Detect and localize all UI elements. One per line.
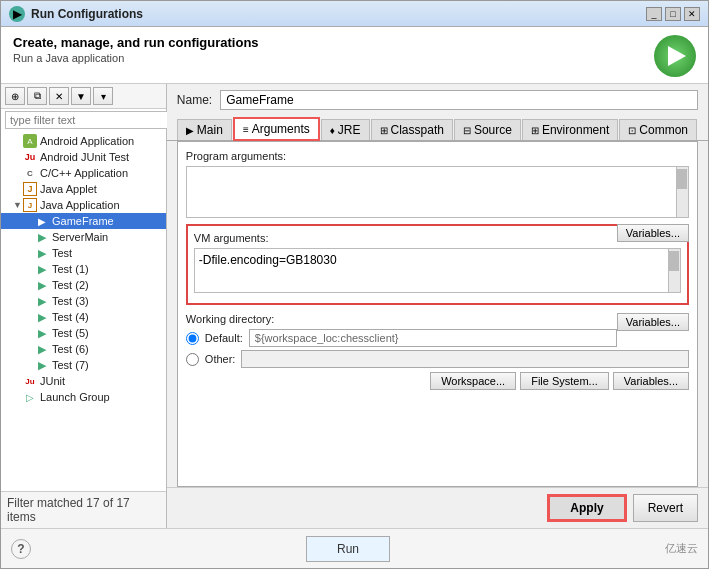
new-button[interactable]: ⊕ bbox=[5, 87, 25, 105]
vm-args-textarea[interactable]: -Dfile.encoding=GB18030 bbox=[194, 248, 681, 293]
other-radio-row: Other: bbox=[186, 350, 689, 368]
filter-button[interactable]: ▼ bbox=[71, 87, 91, 105]
title-bar-left: ▶ Run Configurations bbox=[9, 6, 143, 22]
android-icon: A bbox=[23, 134, 37, 148]
filter-status: Filter matched 17 of 17 items bbox=[7, 496, 130, 524]
run-config-icon: ▶ bbox=[35, 278, 49, 292]
variables-button-1[interactable]: Variables... bbox=[617, 224, 689, 242]
tree-item-servermain[interactable]: ▶ ServerMain bbox=[1, 229, 166, 245]
run-config-icon: ▶ bbox=[35, 230, 49, 244]
variables-button-3[interactable]: Variables... bbox=[613, 372, 689, 390]
run-config-icon: ▶ bbox=[35, 262, 49, 276]
tree-item-android-junit[interactable]: Ju Android JUnit Test bbox=[1, 149, 166, 165]
variables-button-2[interactable]: Variables... bbox=[617, 313, 689, 331]
vm-args-box: VM arguments: -Dfile.encoding=GB18030 bbox=[186, 224, 689, 305]
run-icon[interactable] bbox=[654, 35, 696, 77]
run-config-icon: ▶ bbox=[35, 310, 49, 324]
default-dir-input[interactable] bbox=[249, 329, 617, 347]
working-dir-section: Working directory: Default: Other: Works… bbox=[186, 313, 689, 390]
tree-item-test7[interactable]: ▶ Test (7) bbox=[1, 357, 166, 373]
tree-item-label: Java Application bbox=[40, 199, 120, 211]
tree-item-launch-group[interactable]: ▷ Launch Group bbox=[1, 389, 166, 405]
cpp-icon: C bbox=[23, 166, 37, 180]
tree-item-test1[interactable]: ▶ Test (1) bbox=[1, 261, 166, 277]
arguments-tab-icon: ≡ bbox=[243, 124, 249, 135]
tree-item-label: Launch Group bbox=[40, 391, 110, 403]
tree-item-test[interactable]: ▶ Test bbox=[1, 245, 166, 261]
program-args-scrollbar bbox=[676, 167, 688, 217]
tree-item-test4[interactable]: ▶ Test (4) bbox=[1, 309, 166, 325]
tree-item-cpp-app[interactable]: C C/C++ Application bbox=[1, 165, 166, 181]
tab-common[interactable]: ⊡ Common bbox=[619, 119, 697, 140]
tab-source-label: Source bbox=[474, 123, 512, 137]
other-dir-input[interactable] bbox=[241, 350, 689, 368]
tab-source[interactable]: ⊟ Source bbox=[454, 119, 521, 140]
main-content: ⊕ ⧉ ✕ ▼ ▾ A Android Application Ju An bbox=[1, 84, 708, 528]
classpath-tab-icon: ⊞ bbox=[380, 125, 388, 136]
tab-classpath[interactable]: ⊞ Classpath bbox=[371, 119, 453, 140]
vm-args-value: -Dfile.encoding=GB18030 bbox=[199, 253, 337, 267]
tree-item-label: Test (6) bbox=[52, 343, 89, 355]
tree-item-label: Java Applet bbox=[40, 183, 97, 195]
copy-button[interactable]: ⧉ bbox=[27, 87, 47, 105]
tree-item-test3[interactable]: ▶ Test (3) bbox=[1, 293, 166, 309]
tab-common-label: Common bbox=[639, 123, 688, 137]
header-title: Create, manage, and run configurations bbox=[13, 35, 259, 50]
default-radio-row: Default: bbox=[186, 329, 617, 347]
filter-input[interactable] bbox=[5, 111, 170, 129]
tree-item-gameframe[interactable]: ▶ GameFrame bbox=[1, 213, 166, 229]
program-args-area bbox=[186, 166, 689, 218]
footer: ? Run 亿速云 bbox=[1, 528, 708, 568]
tree-item-test6[interactable]: ▶ Test (6) bbox=[1, 341, 166, 357]
tab-jre[interactable]: ♦ JRE bbox=[321, 119, 370, 140]
maximize-button[interactable]: □ bbox=[665, 7, 681, 21]
tree-item-java-applet[interactable]: J Java Applet bbox=[1, 181, 166, 197]
close-button[interactable]: ✕ bbox=[684, 7, 700, 21]
program-args-textarea[interactable] bbox=[186, 166, 689, 218]
tree-item-label: Test (3) bbox=[52, 295, 89, 307]
header-text: Create, manage, and run configurations R… bbox=[13, 35, 259, 64]
vm-args-label: VM arguments: bbox=[194, 232, 681, 244]
delete-button[interactable]: ✕ bbox=[49, 87, 69, 105]
filesystem-button[interactable]: File System... bbox=[520, 372, 609, 390]
bottom-buttons: Apply Revert bbox=[167, 487, 708, 528]
default-radio[interactable] bbox=[186, 332, 199, 345]
main-tab-icon: ▶ bbox=[186, 125, 194, 136]
minimize-button[interactable]: _ bbox=[646, 7, 662, 21]
revert-button[interactable]: Revert bbox=[633, 494, 698, 522]
window-icon: ▶ bbox=[9, 6, 25, 22]
scrollbar-thumb bbox=[669, 251, 679, 271]
name-label: Name: bbox=[177, 93, 212, 107]
tree-item-label: Test bbox=[52, 247, 72, 259]
tree-item-label: Test (4) bbox=[52, 311, 89, 323]
title-bar: ▶ Run Configurations _ □ ✕ bbox=[1, 1, 708, 27]
tree-item-label: Android JUnit Test bbox=[40, 151, 129, 163]
tree-item-test5[interactable]: ▶ Test (5) bbox=[1, 325, 166, 341]
tab-main-label: Main bbox=[197, 123, 223, 137]
tree-item-junit[interactable]: Ju JUnit bbox=[1, 373, 166, 389]
apply-button[interactable]: Apply bbox=[547, 494, 626, 522]
tree-item-android-app[interactable]: A Android Application bbox=[1, 133, 166, 149]
tab-environment[interactable]: ⊞ Environment bbox=[522, 119, 618, 140]
tree-item-java-app[interactable]: ▼ J Java Application bbox=[1, 197, 166, 213]
program-args-label: Program arguments: bbox=[186, 150, 689, 162]
tree-item-label: ServerMain bbox=[52, 231, 108, 243]
tree-item-label: Test (5) bbox=[52, 327, 89, 339]
header-section: Create, manage, and run configurations R… bbox=[1, 27, 708, 84]
tree-item-label: JUnit bbox=[40, 375, 65, 387]
name-input[interactable] bbox=[220, 90, 698, 110]
jre-tab-icon: ♦ bbox=[330, 125, 335, 136]
help-button[interactable]: ? bbox=[11, 539, 31, 559]
common-tab-icon: ⊡ bbox=[628, 125, 636, 136]
tree-item-label: Android Application bbox=[40, 135, 134, 147]
workspace-button[interactable]: Workspace... bbox=[430, 372, 516, 390]
run-button[interactable]: Run bbox=[306, 536, 390, 562]
more-button[interactable]: ▾ bbox=[93, 87, 113, 105]
javaapp-icon: J bbox=[23, 198, 37, 212]
other-radio[interactable] bbox=[186, 353, 199, 366]
left-footer: Filter matched 17 of 17 items bbox=[1, 491, 166, 528]
tree-item-test2[interactable]: ▶ Test (2) bbox=[1, 277, 166, 293]
tab-arguments[interactable]: ≡ Arguments bbox=[233, 117, 320, 141]
left-panel: ⊕ ⧉ ✕ ▼ ▾ A Android Application Ju An bbox=[1, 84, 167, 528]
tab-main[interactable]: ▶ Main bbox=[177, 119, 232, 140]
